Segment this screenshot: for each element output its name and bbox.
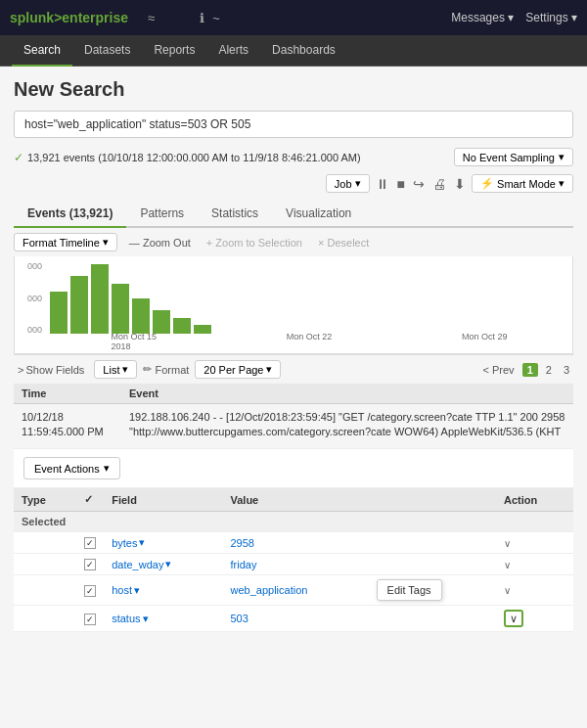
tab-statistics[interactable]: Statistics: [198, 201, 272, 228]
nav-search[interactable]: Search: [12, 35, 72, 67]
value-cell: 503: [223, 606, 369, 632]
timeline-toolbar: Format Timeline ▾ — Zoom Out + Zoom to S…: [14, 228, 573, 256]
selected-label: Selected: [22, 516, 66, 527]
chart-bars: [46, 256, 572, 334]
field-date-wday-arrow[interactable]: ▾: [165, 558, 171, 570]
page-3-button[interactable]: 3: [560, 363, 573, 377]
value-date-wday[interactable]: friday: [231, 559, 257, 570]
zoom-out-button[interactable]: — Zoom Out: [125, 235, 195, 250]
y-label-mid: 000: [19, 294, 42, 303]
secondary-nav: Search Datasets Reports Alerts Dashboard…: [0, 35, 587, 67]
empty-cell2: [432, 532, 496, 554]
show-fields-button[interactable]: > Show Fields: [14, 362, 88, 378]
field-date-wday-link[interactable]: date_wday ▾: [112, 558, 171, 570]
field-bytes-link[interactable]: bytes ▾: [112, 536, 145, 549]
info-icon[interactable]: ℹ: [200, 11, 204, 25]
checkbox-bytes[interactable]: ✓: [84, 537, 96, 549]
checkbox-status[interactable]: ✓: [84, 614, 96, 625]
messages-button[interactable]: Messages ▾: [451, 11, 514, 24]
empty-cell: [369, 606, 432, 632]
pause-icon[interactable]: ⏸: [376, 176, 389, 192]
action-host[interactable]: ∨: [504, 585, 511, 596]
time-column-header: Time: [22, 387, 129, 399]
pagination: < Prev 1 2 3: [479, 363, 573, 377]
type-cell: [14, 532, 76, 554]
share-icon[interactable]: ↪: [413, 176, 425, 192]
search-bar[interactable]: host="web_application" status=503 OR 505: [14, 111, 573, 138]
pencil-icon: ✏: [143, 363, 152, 376]
edit-tags-tooltip[interactable]: Edit Tags: [377, 579, 442, 601]
bar-1: [50, 292, 68, 334]
y-label-top: 000: [19, 261, 42, 271]
list-toolbar: > Show Fields List ▾ ✏ Format 20 Per Pag…: [14, 354, 573, 384]
job-bar: Job ▾ ⏸ ■ ↪ 🖨 ⬇ ⚡ Smart Mode ▾: [14, 172, 573, 195]
action-status-green[interactable]: ∨: [504, 610, 523, 627]
bar-5: [132, 298, 150, 334]
type-cell: [14, 575, 76, 606]
value-bytes[interactable]: 2958: [231, 537, 254, 549]
prev-page-button[interactable]: < Prev: [479, 363, 519, 377]
export-icon[interactable]: ⬇: [454, 176, 466, 192]
activity-icon[interactable]: ~: [212, 11, 220, 25]
events-count-text: 13,921 events (10/10/18 12:00:00.000 AM …: [27, 152, 361, 163]
settings-button[interactable]: Settings ▾: [525, 11, 577, 24]
format-timeline-button[interactable]: Format Timeline ▾: [14, 233, 117, 251]
nav-datasets[interactable]: Datasets: [72, 35, 142, 67]
zoom-selection-button[interactable]: + Zoom to Selection: [203, 235, 306, 250]
list-button[interactable]: List ▾: [94, 360, 137, 379]
tab-events[interactable]: Events (13,921): [14, 201, 126, 228]
value-host[interactable]: web_application: [231, 584, 308, 596]
field-status-link[interactable]: status ▾: [112, 613, 148, 625]
check-cell: ✓: [76, 575, 104, 606]
nav-reports[interactable]: Reports: [142, 35, 206, 67]
field-host-link[interactable]: host ▾: [112, 584, 140, 597]
deselect-button[interactable]: × Deselect: [314, 235, 373, 250]
nav-dashboards[interactable]: Dashboards: [260, 35, 347, 67]
enterprise-text: >enterprise: [54, 10, 128, 25]
per-page-button[interactable]: 20 Per Page ▾: [195, 360, 281, 379]
field-host-arrow[interactable]: ▾: [134, 584, 140, 597]
page-content: New Search host="web_application" status…: [0, 67, 587, 632]
splunk-logo: splunk>enterprise: [10, 10, 128, 25]
checkbox-host[interactable]: ✓: [84, 585, 96, 597]
tab-visualization[interactable]: Visualization: [272, 201, 365, 228]
job-icons: ⏸ ■ ↪ 🖨 ⬇: [376, 176, 466, 192]
result-time: 10/12/1811:59:45.000 PM: [22, 410, 129, 440]
check-icon: ✓: [14, 151, 23, 164]
value-cell: web_application: [223, 575, 369, 606]
tab-patterns[interactable]: Patterns: [126, 201, 198, 228]
checkbox-date-wday[interactable]: ✓: [84, 559, 96, 570]
page-1-button[interactable]: 1: [522, 363, 538, 377]
table-row: ✓ host ▾ web_application Edit Tags ∨: [14, 575, 573, 606]
job-button[interactable]: Job ▾: [326, 174, 370, 193]
x-label-3: Mon Oct 29: [462, 332, 508, 351]
action-date-wday[interactable]: ∨: [504, 560, 511, 570]
field-cell: host ▾: [104, 575, 222, 606]
event-actions-button[interactable]: Event Actions ▾: [23, 457, 120, 479]
check-cell: ✓: [76, 606, 104, 632]
top-bar: splunk>enterprise ≈ ℹ ~ Messages ▾ Setti…: [0, 0, 587, 35]
field-status-arrow[interactable]: ▾: [143, 613, 149, 625]
spacer-col-header: [369, 488, 432, 512]
events-count-area: ✓ 13,921 events (10/10/18 12:00:00.000 A…: [14, 151, 361, 164]
field-col-header: Field: [104, 488, 222, 512]
field-cell: date_wday ▾: [104, 554, 222, 575]
chart-y-labels: 000 000 000: [15, 261, 46, 335]
action-bytes[interactable]: ∨: [504, 538, 511, 549]
print-icon[interactable]: 🖨: [432, 176, 446, 192]
table-row: 10/12/1811:59:45.000 PM 192.188.106.240 …: [14, 404, 573, 449]
bar-4: [112, 284, 129, 334]
smart-mode-button[interactable]: ⚡ Smart Mode ▾: [472, 174, 573, 193]
format-button[interactable]: ✏ Format: [143, 363, 189, 376]
no-sampling-button[interactable]: No Event Sampling ▾: [454, 148, 573, 166]
smart-icon: ⚡: [480, 177, 494, 190]
stop-icon[interactable]: ■: [397, 176, 405, 192]
field-bytes-arrow[interactable]: ▾: [139, 536, 145, 549]
value-status[interactable]: 503: [231, 613, 248, 624]
bar-2: [70, 276, 88, 334]
nav-alerts[interactable]: Alerts: [206, 35, 260, 67]
search-icon[interactable]: ≈: [148, 11, 155, 25]
action-cell: ∨: [496, 606, 573, 632]
value-col-header: Value: [223, 488, 369, 512]
page-2-button[interactable]: 2: [542, 363, 556, 377]
